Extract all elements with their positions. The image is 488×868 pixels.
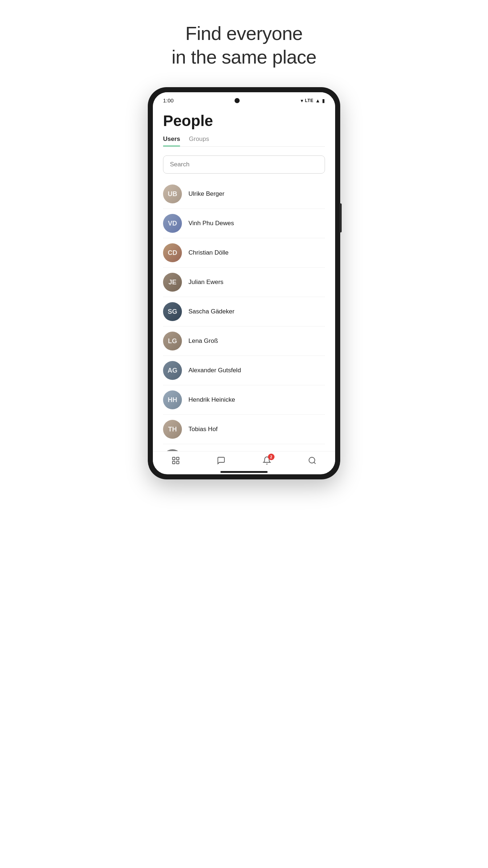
chat-icon bbox=[216, 456, 226, 465]
list-item[interactable]: AG Alexander Gutsfeld bbox=[163, 356, 325, 385]
headline-line2: in the same place bbox=[171, 46, 316, 68]
tabs-container: Users Groups bbox=[163, 135, 325, 146]
user-name: Sascha Gädeker bbox=[188, 308, 235, 315]
avatar: VD bbox=[163, 214, 182, 233]
avatar: LG bbox=[163, 332, 182, 350]
bell-icon: 2 bbox=[262, 456, 272, 465]
list-item[interactable]: VD Vinh Phu Dewes bbox=[163, 209, 325, 238]
user-name: Christian Dölle bbox=[188, 249, 229, 256]
app-content: People Users Groups bbox=[153, 106, 335, 451]
svg-rect-0 bbox=[172, 457, 175, 460]
list-item[interactable]: HH Hendrik Heinicke bbox=[163, 385, 325, 415]
user-name: Tobias Hof bbox=[188, 426, 217, 433]
list-item[interactable]: UB Ulrike Berger bbox=[163, 179, 325, 209]
phone-screen: 1:00 ▾ LTE ▲ ▮ People Users Grou bbox=[153, 92, 335, 474]
camera-cutout bbox=[235, 98, 240, 103]
battery-icon: ▮ bbox=[322, 98, 325, 104]
user-name: Ulrike Berger bbox=[188, 190, 224, 198]
page-title: People bbox=[163, 112, 325, 130]
svg-point-4 bbox=[309, 457, 315, 463]
headline-section: Find everyone in the same place bbox=[171, 22, 316, 69]
grid-icon bbox=[171, 456, 180, 465]
tab-divider bbox=[163, 146, 325, 147]
notification-badge: 2 bbox=[268, 454, 274, 460]
search-icon bbox=[308, 456, 317, 465]
avatar: AG bbox=[163, 361, 182, 380]
user-name: Lena Groß bbox=[188, 337, 218, 345]
svg-rect-1 bbox=[176, 457, 179, 460]
status-bar: 1:00 ▾ LTE ▲ ▮ bbox=[153, 92, 335, 106]
user-name: Julian Ewers bbox=[188, 279, 223, 286]
lte-label: LTE bbox=[305, 98, 313, 103]
phone-frame: 1:00 ▾ LTE ▲ ▮ People Users Grou bbox=[148, 87, 340, 479]
home-indicator bbox=[220, 471, 268, 473]
avatar: UB bbox=[163, 184, 182, 203]
tab-groups[interactable]: Groups bbox=[189, 135, 209, 146]
nav-item-search[interactable] bbox=[308, 456, 317, 465]
users-list: UB Ulrike Berger VD Vinh Phu Dewes CD Ch… bbox=[153, 179, 335, 451]
tab-users[interactable]: Users bbox=[163, 135, 180, 146]
svg-line-5 bbox=[314, 462, 316, 464]
page-header: People Users Groups bbox=[153, 106, 335, 153]
search-container bbox=[153, 153, 335, 179]
svg-rect-2 bbox=[172, 461, 175, 464]
wifi-icon: ▾ bbox=[301, 98, 303, 104]
avatar: SG bbox=[163, 302, 182, 321]
search-input[interactable] bbox=[163, 155, 325, 174]
avatar: CD bbox=[163, 243, 182, 262]
avatar: JE bbox=[163, 273, 182, 292]
list-item[interactable]: CD Christian Dölle bbox=[163, 238, 325, 268]
avatar: HH bbox=[163, 390, 182, 409]
list-item[interactable]: TK Thomas Kraus bbox=[163, 444, 325, 451]
user-name: Hendrik Heinicke bbox=[188, 396, 235, 403]
user-name: Alexander Gutsfeld bbox=[188, 367, 241, 374]
bottom-nav: 2 bbox=[153, 451, 335, 468]
headline-line1: Find everyone bbox=[185, 23, 302, 44]
status-icons: ▾ LTE ▲ ▮ bbox=[301, 98, 325, 104]
status-time: 1:00 bbox=[163, 97, 174, 104]
avatar: TH bbox=[163, 420, 182, 439]
nav-item-chat[interactable] bbox=[216, 456, 226, 465]
nav-item-grid[interactable] bbox=[171, 456, 180, 465]
user-name: Vinh Phu Dewes bbox=[188, 220, 234, 227]
svg-rect-3 bbox=[176, 461, 179, 464]
signal-icon: ▲ bbox=[315, 98, 320, 104]
nav-item-notifications[interactable]: 2 bbox=[262, 456, 272, 465]
list-item[interactable]: JE Julian Ewers bbox=[163, 268, 325, 297]
list-item[interactable]: LG Lena Groß bbox=[163, 326, 325, 356]
list-item[interactable]: SG Sascha Gädeker bbox=[163, 297, 325, 326]
list-item[interactable]: TH Tobias Hof bbox=[163, 415, 325, 444]
